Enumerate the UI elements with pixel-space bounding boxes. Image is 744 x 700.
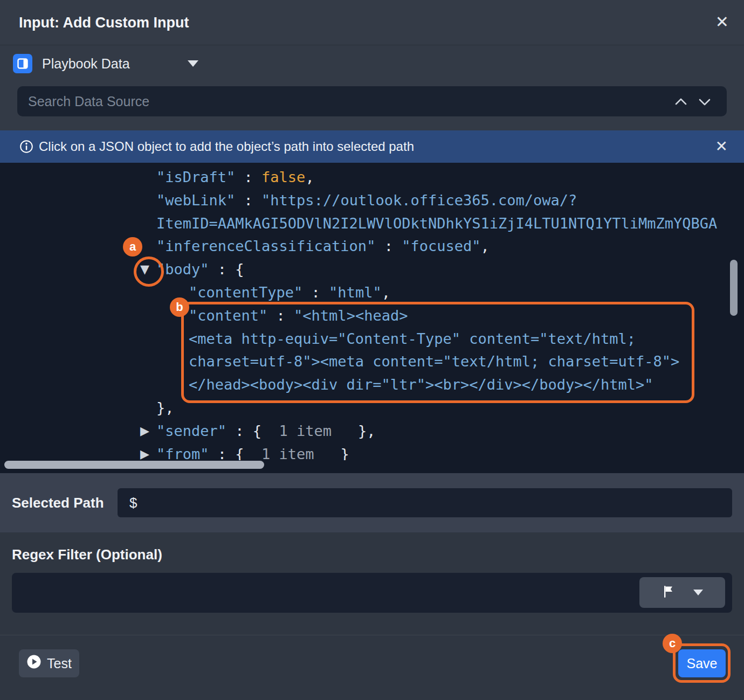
divider: [0, 635, 744, 635]
json-token: "inferenceClassification": [156, 238, 375, 254]
json-viewer: "isDraft" : false,"webLink" : "https://o…: [0, 163, 744, 473]
search-box: [17, 86, 727, 116]
json-line[interactable]: charset=utf-8"><meta content="text/html;…: [189, 350, 744, 373]
json-line[interactable]: "isDraft" : false,: [156, 166, 744, 189]
json-token: },: [332, 422, 375, 439]
json-line[interactable]: "contentType" : "html",: [189, 281, 744, 304]
json-line[interactable]: "content" : "<html><head>: [189, 304, 744, 328]
add-custom-input-modal: Input: Add Custom Input ✕ Playbook Data: [0, 0, 744, 700]
chevron-up-icon[interactable]: [674, 95, 688, 108]
json-token: "sender": [156, 422, 226, 439]
vertical-scrollbar[interactable]: [730, 260, 738, 316]
expand-icon[interactable]: ▶: [140, 420, 149, 443]
json-line[interactable]: ▶"sender" : { 1 item },: [156, 420, 744, 443]
chevron-down-icon[interactable]: [698, 95, 712, 108]
info-icon: [19, 140, 33, 154]
info-banner: Click on a JSON object to add the object…: [0, 130, 744, 163]
json-token: <meta http-equiv="Content-Type" content=…: [189, 330, 636, 347]
json-token: "isDraft": [156, 169, 235, 185]
json-token: :: [235, 169, 261, 185]
search-input[interactable]: [17, 86, 727, 116]
json-token: }: [314, 446, 349, 460]
regex-input-wrap: [12, 573, 732, 613]
json-line[interactable]: "webLink" : "https://outlook.office365.c…: [156, 189, 744, 212]
json-token: "focused": [402, 238, 480, 254]
selected-path-input[interactable]: [118, 488, 732, 517]
json-token: "body": [156, 261, 209, 278]
json-token: "https://outlook.office365.com/owa/?: [261, 192, 577, 209]
collapse-icon[interactable]: ▼: [140, 258, 149, 281]
modal-title: Input: Add Custom Input: [19, 0, 189, 45]
chevron-down-icon: [188, 60, 198, 67]
expand-icon[interactable]: ▶: [140, 443, 149, 460]
json-token: "webLink": [156, 192, 235, 209]
chevron-down-icon: [693, 590, 703, 595]
regex-filter-section: Regex Filter (Optional): [0, 532, 744, 700]
json-token: </head><body><div dir="ltr"><br></div></…: [189, 376, 653, 393]
horizontal-scrollbar[interactable]: [4, 461, 264, 469]
test-button[interactable]: Test: [19, 649, 79, 677]
close-icon[interactable]: ✕: [715, 138, 728, 155]
data-source-label: Playbook Data: [42, 54, 130, 73]
selected-path-section: Selected Path: [0, 473, 744, 532]
json-token: : {: [226, 422, 261, 439]
json-token: : {: [209, 446, 244, 460]
json-token: "from": [156, 446, 209, 460]
json-token: "<html><head>: [294, 307, 408, 324]
json-token: },: [156, 399, 174, 416]
json-token: "content": [189, 307, 267, 324]
json-line[interactable]: ItemID=AAMkAGI5ODVlN2I2LWVlODktNDhkYS1iZ…: [156, 212, 744, 235]
json-token: ,: [480, 238, 489, 254]
json-token: :: [302, 284, 329, 301]
json-token: false: [261, 169, 305, 185]
modal-header: Input: Add Custom Input ✕: [0, 0, 744, 45]
regex-filter-label: Regex Filter (Optional): [12, 546, 162, 563]
json-token: 1 item: [244, 446, 314, 460]
json-line[interactable]: "inferenceClassification" : "focused",: [156, 235, 744, 258]
json-token: ItemID=AAMkAGI5ODVlN2I2LWVlODktNDhkYS1iZ…: [156, 215, 717, 232]
flag-icon: [662, 585, 675, 600]
playbook-data-icon: [13, 54, 32, 73]
json-token: charset=utf-8"><meta content="text/html;…: [189, 353, 679, 370]
selected-path-label: Selected Path: [12, 473, 104, 532]
save-button[interactable]: Save: [678, 649, 726, 677]
json-line[interactable]: ▼"body" : {: [156, 258, 744, 281]
json-token: :: [235, 192, 261, 209]
json-token: "contentType": [189, 284, 302, 301]
info-banner-text: Click on a JSON object to add the object…: [39, 130, 414, 163]
json-token: ,: [305, 169, 314, 185]
regex-filter-input[interactable]: [12, 573, 732, 613]
close-icon[interactable]: ✕: [715, 13, 729, 31]
json-token: :: [267, 307, 294, 324]
play-icon: [26, 654, 42, 673]
json-token: 1 item: [261, 422, 332, 439]
json-line[interactable]: <meta http-equiv="Content-Type" content=…: [189, 328, 744, 351]
test-button-label: Test: [47, 656, 72, 671]
json-token: ,: [382, 284, 390, 301]
json-line[interactable]: </head><body><div dir="ltr"><br></div></…: [189, 373, 744, 397]
json-line[interactable]: },: [156, 397, 744, 420]
json-line[interactable]: ▶"from" : { 1 item }: [156, 443, 744, 460]
json-lines: "isDraft" : false,"webLink" : "https://o…: [0, 166, 744, 460]
json-token: "html": [329, 284, 382, 301]
json-token: : {: [209, 261, 244, 278]
json-token: :: [375, 238, 402, 254]
regex-flags-dropdown[interactable]: [639, 577, 725, 608]
